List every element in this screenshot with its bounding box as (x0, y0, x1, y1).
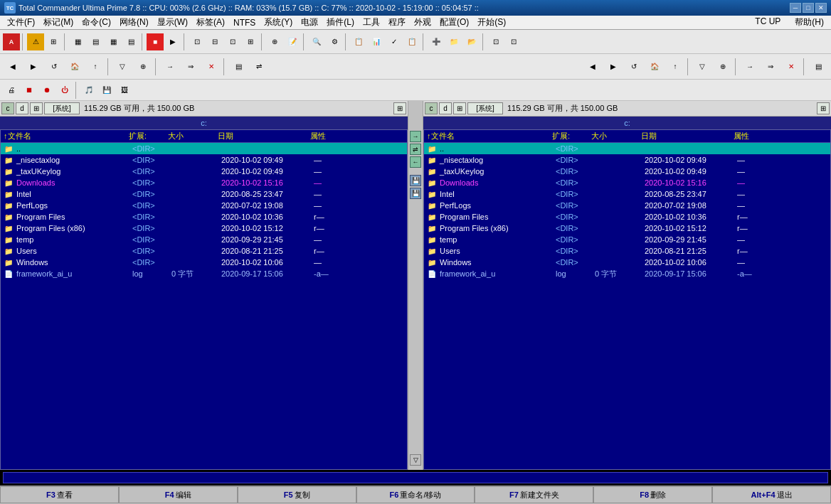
mid-btn-3[interactable]: ← (410, 156, 421, 168)
fkey-f3[interactable]: F3 查看 (0, 486, 119, 503)
list-item[interactable]: 📁Program Files<DIR>2020-10-02 10:36r— (424, 211, 830, 222)
tb-icon-17[interactable]: ⚙ (326, 33, 343, 50)
list-item[interactable]: 📁temp<DIR>2020-09-29 21:45— (1, 234, 407, 245)
left-col-ext[interactable]: 扩展: (129, 131, 168, 141)
list-item[interactable]: 📁temp<DIR>2020-09-29 21:45— (424, 234, 830, 245)
nav-filter-left[interactable]: ▽ (112, 57, 132, 77)
nav-copy-left[interactable]: → (160, 57, 180, 77)
list-item[interactable]: 📁Downloads<DIR>2020-10-02 15:16— (424, 177, 830, 188)
left-col-size[interactable]: 大小 (168, 131, 218, 141)
nav-swap[interactable]: ⇌ (249, 57, 269, 77)
menu-program[interactable]: 程序 (384, 15, 410, 30)
nav-del-left[interactable]: ✕ (201, 57, 221, 77)
nav-reload-right[interactable]: ↺ (624, 57, 644, 77)
menu-power[interactable]: 电源 (297, 15, 322, 30)
right-btn-1[interactable]: ⊞ (817, 102, 830, 114)
left-col-name[interactable]: ↑文件名 (1, 131, 129, 141)
tb-icon-3[interactable]: ⊞ (45, 33, 62, 50)
menu-help[interactable]: 帮助(H) (790, 15, 828, 30)
tb-icon-23[interactable]: 📁 (445, 33, 462, 50)
right-col-size[interactable]: 大小 (591, 131, 641, 141)
nav-filter-right[interactable]: ▽ (692, 57, 712, 77)
maximize-button[interactable]: □ (803, 3, 814, 13)
tb-icon-16[interactable]: 🔍 (308, 33, 325, 50)
list-item[interactable]: 📁Program Files (x86)<DIR>2020-10-02 15:1… (424, 222, 830, 234)
list-item[interactable]: 📁PerfLogs<DIR>2020-07-02 19:08— (424, 200, 830, 211)
left-drive-c[interactable]: c (1, 102, 14, 114)
tb-icon-8[interactable]: ■ (147, 33, 164, 50)
nav-home-left[interactable]: 🏠 (65, 57, 85, 77)
list-item[interactable]: 📁_taxUKeylog<DIR>2020-10-02 09:49— (1, 166, 407, 177)
menu-tcup[interactable]: TC UP (751, 15, 785, 30)
right-path-dropdown[interactable]: [系统] (467, 102, 503, 114)
menu-command[interactable]: 命令(C) (78, 15, 115, 30)
menu-display[interactable]: 显示(W) (153, 15, 192, 30)
nav-back-right[interactable]: ◀ (583, 57, 603, 77)
nav-sync-left[interactable]: ⊕ (133, 57, 153, 77)
left-drive-dropdown[interactable]: ⊞ (30, 102, 43, 114)
list-item[interactable]: 📁Users<DIR>2020-08-21 21:25r— (1, 245, 407, 257)
list-item[interactable]: 📄framework_ai_ulog0 字节2020-09-17 15:06-a… (424, 268, 830, 279)
mid-btn-1[interactable]: → (410, 131, 421, 142)
fkey-f4[interactable]: F4 编辑 (119, 486, 238, 503)
right-col-date[interactable]: 日期 (641, 131, 734, 141)
fkey-f5[interactable]: F5 复制 (238, 486, 356, 503)
fkey-f6[interactable]: F6 重命名/移动 (356, 486, 475, 503)
nav-move-left[interactable]: ⇒ (181, 57, 201, 77)
nav-copy-right[interactable]: → (740, 57, 760, 77)
tb3-icon-1[interactable]: 🖨 (3, 82, 20, 99)
right-drive-dropdown[interactable]: ⊞ (453, 102, 466, 114)
menu-config[interactable]: 配置(O) (435, 15, 473, 30)
list-item[interactable]: 📁Program Files (x86)<DIR>2020-10-02 15:1… (1, 222, 407, 234)
nav-reload-left[interactable]: ↺ (44, 57, 64, 77)
tb-icon-1[interactable]: A (3, 33, 20, 50)
tb-icon-11[interactable]: ⊟ (206, 33, 223, 50)
tb-icon-22[interactable]: ➕ (428, 33, 445, 50)
menu-tabs[interactable]: 标签(A) (192, 15, 229, 30)
tb-icon-18[interactable]: 📋 (350, 33, 367, 50)
menu-network[interactable]: 网络(N) (115, 15, 153, 30)
list-item[interactable]: 📁Windows<DIR>2020-10-02 10:06— (424, 257, 830, 268)
minimize-button[interactable]: ─ (790, 3, 801, 13)
mid-btn-2[interactable]: ⇌ (410, 144, 421, 155)
nav-sync-right[interactable]: ⊕ (713, 57, 733, 77)
nav-fwd-left[interactable]: ▶ (23, 57, 43, 77)
nav-fwd-right[interactable]: ▶ (603, 57, 623, 77)
list-item[interactable]: 📁_nisectaxlog<DIR>2020-10-02 09:49— (424, 154, 830, 166)
tb-icon-7[interactable]: ▤ (122, 33, 139, 50)
fkey-altf4[interactable]: Alt+F4 退出 (712, 486, 831, 503)
list-item[interactable]: 📄framework_ai_ulog0 字节2020-09-17 15:06-a… (1, 268, 407, 279)
tb3-icon-3[interactable]: ⏺ (38, 82, 55, 99)
right-col-name[interactable]: ↑文件名 (424, 131, 552, 141)
tb-icon-13[interactable]: ⊞ (242, 33, 259, 50)
menu-file[interactable]: 文件(F) (3, 15, 39, 30)
tb-icon-21[interactable]: 📋 (403, 33, 420, 50)
tb-icon-4[interactable]: ▦ (69, 33, 86, 50)
mid-btn-6[interactable]: ▽ (410, 454, 421, 466)
nav-panel-left[interactable]: ▤ (228, 57, 248, 77)
left-drive-d[interactable]: d (16, 102, 28, 114)
right-drive-d[interactable]: d (439, 102, 452, 114)
list-item[interactable]: 📁..<DIR> (424, 143, 830, 154)
nav-up-left[interactable]: ↑ (85, 57, 105, 77)
tb3-icon-5[interactable]: 🎵 (80, 82, 97, 99)
menu-tools[interactable]: 工具 (359, 15, 384, 30)
nav-home-right[interactable]: 🏠 (645, 57, 665, 77)
tb-icon-25[interactable]: ⊡ (487, 33, 504, 50)
tb-icon-24[interactable]: 📂 (463, 33, 480, 50)
nav-del-right[interactable]: ✕ (781, 57, 801, 77)
list-item[interactable]: 📁_taxUKeylog<DIR>2020-10-02 09:49— (424, 166, 830, 177)
list-item[interactable]: 📁..<DIR> (1, 143, 407, 154)
tb-icon-9[interactable]: ▶ (164, 33, 181, 50)
tb3-icon-4[interactable]: ⏻ (56, 82, 73, 99)
fkey-f8[interactable]: F8 删除 (593, 486, 712, 503)
mid-btn-5[interactable]: 💾 (410, 188, 421, 199)
tb-icon-6[interactable]: ▦ (105, 33, 122, 50)
menu-start[interactable]: 开始(S) (473, 15, 510, 30)
close-button[interactable]: ✕ (815, 3, 827, 13)
list-item[interactable]: 📁Intel<DIR>2020-08-25 23:47— (1, 188, 407, 200)
menu-system[interactable]: 系统(Y) (260, 15, 297, 30)
tb-icon-14[interactable]: ⊕ (266, 33, 283, 50)
nav-move-right[interactable]: ⇒ (761, 57, 780, 77)
tb-icon-20[interactable]: ✓ (386, 33, 403, 50)
